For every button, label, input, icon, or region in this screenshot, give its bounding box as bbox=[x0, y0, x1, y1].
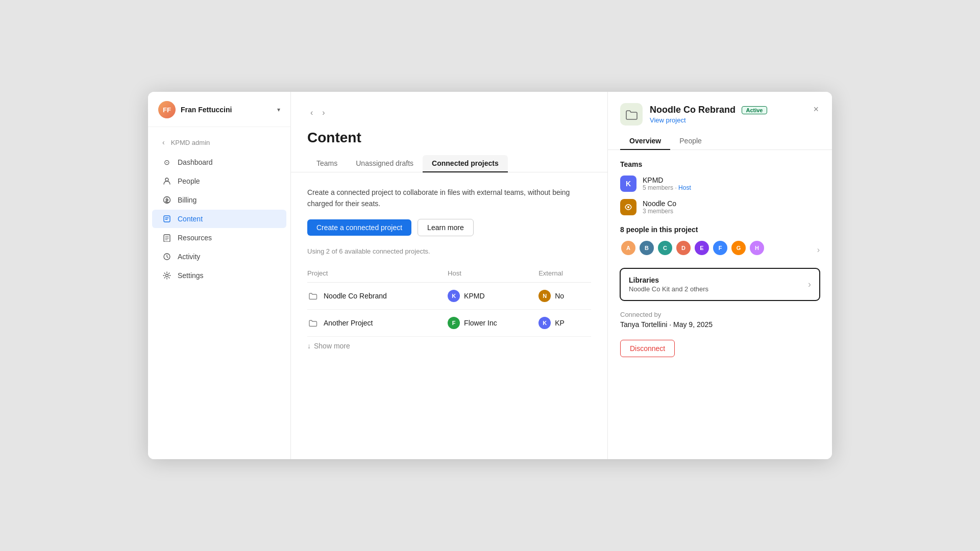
sidebar-item-activity[interactable]: Activity bbox=[152, 247, 286, 266]
content-header: ‹ › bbox=[291, 92, 607, 120]
external-badge: N No bbox=[538, 290, 585, 302]
people-count-title: 8 people in this project bbox=[620, 226, 820, 234]
external-logo: K bbox=[538, 317, 551, 329]
project-folder-icon bbox=[307, 317, 318, 329]
col-external: External bbox=[538, 266, 591, 283]
chevron-right-icon[interactable]: › bbox=[817, 245, 820, 255]
sidebar-item-people[interactable]: People bbox=[152, 172, 286, 190]
projects-table: Project Host External bbox=[307, 266, 591, 337]
create-connected-project-button[interactable]: Create a connected project bbox=[307, 219, 411, 236]
col-project: Project bbox=[307, 266, 448, 283]
host-badge: F Flower Inc bbox=[448, 317, 532, 329]
people-section: 8 people in this project A B C D E F G H… bbox=[620, 226, 820, 260]
actions-row: Create a connected project Learn more bbox=[307, 219, 591, 236]
sidebar-item-billing[interactable]: Billing bbox=[152, 191, 286, 209]
close-button[interactable]: × bbox=[812, 103, 820, 116]
col-host: Host bbox=[448, 266, 538, 283]
tab-unassigned[interactable]: Unassigned drafts bbox=[347, 155, 423, 172]
sidebar-item-label: Dashboard bbox=[178, 158, 213, 166]
sidebar-item-label: Content bbox=[178, 215, 203, 223]
external-logo: N bbox=[538, 290, 551, 302]
external-name: No bbox=[555, 292, 564, 300]
activity-icon bbox=[162, 252, 172, 261]
svg-rect-2 bbox=[164, 216, 170, 222]
tab-connected[interactable]: Connected projects bbox=[423, 155, 508, 172]
sidebar-back[interactable]: ‹ KPMD admin bbox=[152, 134, 286, 151]
billing-icon bbox=[162, 195, 172, 205]
panel-tab-people[interactable]: People bbox=[670, 133, 711, 150]
teams-section-title: Teams bbox=[620, 160, 820, 168]
sidebar-item-dashboard[interactable]: ⊙ Dashboard bbox=[152, 153, 286, 171]
active-badge: Active bbox=[742, 106, 767, 114]
avatar-initials: FF bbox=[158, 101, 176, 118]
panel-title-left: Noodle Co Rebrand Active View project bbox=[620, 103, 767, 126]
forward-button[interactable]: › bbox=[319, 106, 328, 119]
project-name-cell: Noodle Co Rebrand bbox=[307, 290, 442, 302]
avatar: F bbox=[712, 240, 728, 256]
sidebar-item-resources[interactable]: Resources bbox=[152, 229, 286, 247]
nav-arrows: ‹ › bbox=[307, 106, 328, 119]
back-arrow-icon: ‹ bbox=[162, 138, 165, 146]
avatar: B bbox=[639, 240, 655, 256]
host-name: Flower Inc bbox=[464, 319, 497, 327]
right-panel: Noodle Co Rebrand Active View project × … bbox=[607, 92, 832, 459]
panel-title-row: Noodle Co Rebrand Active View project × bbox=[620, 103, 820, 126]
table-row[interactable]: Another Project F Flower Inc K bbox=[307, 309, 591, 336]
main-content: ‹ › Content Teams Unassigned drafts Conn… bbox=[291, 92, 607, 459]
panel-tab-overview[interactable]: Overview bbox=[620, 133, 670, 150]
tab-teams[interactable]: Teams bbox=[307, 155, 347, 172]
host-name: KPMD bbox=[464, 292, 484, 300]
content-icon bbox=[162, 214, 172, 223]
libraries-sub: Noodle Co Kit and 2 others bbox=[629, 285, 808, 293]
back-label: KPMD admin bbox=[171, 139, 210, 146]
sidebar-item-content[interactable]: Content bbox=[152, 210, 286, 228]
team-name: Noodle Co bbox=[643, 199, 820, 208]
project-name-cell: Another Project bbox=[307, 317, 442, 329]
chevron-down-icon: ▾ bbox=[277, 106, 280, 113]
people-icon bbox=[162, 177, 172, 186]
libraries-section[interactable]: Libraries Noodle Co Kit and 2 others › bbox=[620, 268, 820, 300]
host-logo: F bbox=[448, 317, 460, 329]
disconnect-button[interactable]: Disconnect bbox=[620, 340, 675, 357]
avatar: C bbox=[657, 240, 673, 256]
avatar-row: A B C D E F G H bbox=[620, 240, 765, 256]
team-meta: 3 members bbox=[643, 208, 820, 215]
learn-more-button[interactable]: Learn more bbox=[418, 219, 474, 236]
avatar-row-container[interactable]: A B C D E F G H › bbox=[620, 240, 820, 260]
table-row[interactable]: Noodle Co Rebrand K KPMD N bbox=[307, 282, 591, 309]
svg-point-4 bbox=[166, 274, 168, 277]
avatar: A bbox=[620, 240, 636, 256]
team-meta: 5 members · Host bbox=[643, 184, 820, 191]
chevron-right-icon: › bbox=[808, 279, 811, 290]
panel-project-name-row: Noodle Co Rebrand Active bbox=[650, 105, 767, 115]
project-folder-icon bbox=[307, 290, 318, 302]
libraries-title: Libraries bbox=[629, 276, 808, 284]
user-name: Fran Fettuccini bbox=[181, 106, 272, 114]
app-window: FF Fran Fettuccini ▾ ‹ KPMD admin ⊙ Dash… bbox=[148, 92, 832, 459]
host-badge: K KPMD bbox=[448, 290, 532, 302]
dashboard-icon: ⊙ bbox=[162, 158, 172, 167]
show-more-label: Show more bbox=[314, 342, 350, 350]
avatar: E bbox=[694, 240, 710, 256]
sidebar-item-settings[interactable]: Settings bbox=[152, 266, 286, 285]
back-button[interactable]: ‹ bbox=[307, 106, 316, 119]
view-project-link[interactable]: View project bbox=[650, 116, 686, 124]
page-title: Content bbox=[291, 120, 607, 146]
sidebar-item-label: People bbox=[178, 177, 200, 185]
panel-project-icon bbox=[620, 103, 643, 126]
panel-team-info: KPMD 5 members · Host bbox=[643, 176, 820, 191]
user-avatar: FF bbox=[158, 101, 176, 118]
sidebar-header[interactable]: FF Fran Fettuccini ▾ bbox=[148, 92, 290, 127]
project-name: Another Project bbox=[324, 319, 373, 327]
show-more[interactable]: ↓ Show more bbox=[307, 337, 591, 355]
sidebar: FF Fran Fettuccini ▾ ‹ KPMD admin ⊙ Dash… bbox=[148, 92, 291, 459]
panel-tabs: Overview People bbox=[620, 133, 820, 149]
team-name: KPMD bbox=[643, 176, 820, 184]
connected-by-value: Tanya Tortellini · May 9, 2025 bbox=[620, 320, 820, 329]
panel-team-item: Noodle Co 3 members bbox=[620, 199, 820, 215]
panel-project-info: Noodle Co Rebrand Active View project bbox=[650, 105, 767, 124]
avatar: D bbox=[675, 240, 692, 256]
usage-text: Using 2 of 6 available connected project… bbox=[307, 247, 591, 255]
sidebar-item-label: Activity bbox=[178, 253, 200, 261]
settings-icon bbox=[162, 271, 172, 280]
